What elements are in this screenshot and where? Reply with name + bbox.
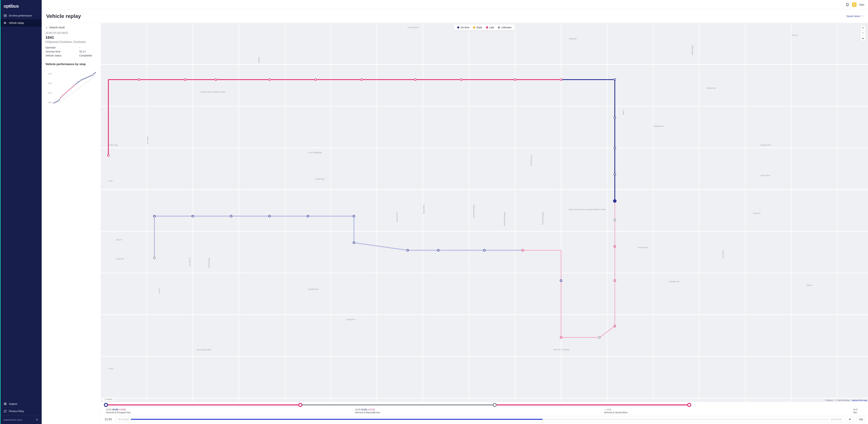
svg-point-54 — [79, 81, 80, 82]
support-link[interactable]: Support — [1, 400, 42, 407]
svg-point-107 — [614, 174, 616, 175]
play-button[interactable] — [846, 416, 854, 422]
svg-point-53 — [78, 82, 78, 83]
svg-point-120 — [353, 215, 355, 217]
svg-point-37 — [54, 102, 55, 103]
legend-dot-ontime — [457, 26, 459, 28]
svg-point-46 — [67, 91, 68, 91]
back-to-search[interactable]: Search result — [45, 26, 97, 31]
svg-point-100 — [414, 79, 416, 81]
mapbox-badge[interactable]: ⓘ mapbox — [102, 398, 114, 401]
timeline-stop[interactable]: - - (+0)Vermont & Sunset Blvd. — [604, 408, 853, 414]
svg-point-63 — [92, 75, 93, 75]
play-forward-icon — [4, 21, 7, 25]
svg-point-48 — [70, 88, 71, 89]
svg-point-116 — [484, 249, 485, 251]
svg-point-51 — [75, 84, 75, 85]
external-link-icon — [4, 410, 7, 413]
svg-rect-0 — [4, 15, 6, 17]
map[interactable]: On-time Early Late Unknown + − ▲ ⓘ mapbo… — [101, 23, 868, 402]
svg-point-118 — [407, 249, 409, 251]
svg-point-58 — [85, 78, 86, 79]
notifications-icon[interactable] — [845, 3, 849, 7]
svg-point-117 — [437, 249, 439, 251]
detail-value: Completed — [79, 54, 92, 57]
zoom-in-button[interactable]: + — [860, 25, 866, 30]
svg-point-119 — [353, 242, 355, 244]
seek-bar[interactable]: 19 Jul 10:29 19 Jul 11:23 — [116, 416, 843, 422]
chevron-left-icon — [45, 26, 48, 29]
playback-current-time: 11:01 — [103, 418, 114, 421]
svg-point-61 — [89, 76, 90, 77]
sidebar-footer: Support Privacy Policy — [1, 399, 42, 416]
sidebar-nav: On-time performance Vehicle replay — [1, 12, 42, 27]
reset-bearing-button[interactable]: ▲ — [860, 36, 866, 41]
svg-point-113 — [560, 336, 562, 338]
vehicle-id: 1641 — [45, 35, 97, 40]
svg-point-109 — [614, 245, 616, 247]
svg-point-38 — [56, 101, 57, 102]
sidebar-item-label: Vehicle replay — [9, 22, 24, 24]
privacy-link[interactable]: Privacy Policy — [1, 407, 42, 415]
svg-point-55 — [81, 80, 81, 81]
collapse-sidebar-icon[interactable] — [35, 418, 38, 422]
sidebar-item-on-time-performance[interactable]: On-time performance — [1, 12, 42, 19]
svg-point-64 — [94, 73, 94, 74]
svg-point-104 — [614, 79, 616, 81]
support-label: Support — [9, 402, 18, 405]
detail-value: 52:17 — [79, 50, 86, 53]
svg-point-56 — [82, 79, 83, 80]
avatar[interactable]: D — [852, 2, 857, 7]
svg-point-50 — [73, 86, 74, 86]
detail-key: Operator — [45, 46, 79, 49]
zoom-out-button[interactable]: − — [860, 30, 866, 36]
svg-text:19:15: 19:15 — [48, 73, 52, 75]
back-label: Search result — [49, 26, 65, 29]
sidebar-item-vehicle-replay[interactable]: Vehicle replay — [1, 19, 42, 27]
detail-row: Operator- — [45, 46, 97, 49]
saved-views-label: Saved views — [846, 15, 860, 18]
detail-key: Journey time — [45, 50, 79, 53]
map-legend: On-time Early Late Unknown — [454, 25, 515, 30]
svg-point-102 — [514, 79, 516, 81]
svg-point-41 — [60, 98, 61, 98]
svg-point-108 — [614, 219, 616, 221]
svg-point-65 — [95, 72, 96, 73]
svg-point-97 — [269, 79, 271, 81]
svg-point-123 — [230, 215, 232, 217]
svg-point-49 — [72, 87, 72, 88]
timeline-track[interactable] — [103, 402, 865, 408]
detail-row: Journey time52:17 — [45, 50, 97, 53]
saved-views-dropdown[interactable]: Saved views — [846, 15, 864, 18]
svg-point-52 — [76, 83, 77, 84]
powered-by: powered by ito world — [1, 416, 42, 424]
sidebar-item-label: On-time performance — [9, 14, 32, 17]
timeline-stop[interactable]: 10:54 10:59 (+4:58)Vermont & Prospect Av… — [106, 408, 355, 414]
svg-point-105 — [614, 117, 616, 119]
chevron-down-icon — [861, 15, 864, 18]
svg-point-103 — [560, 79, 562, 81]
timeline: 10:54 10:59 (+4:58)Vermont & Prospect Av… — [101, 402, 868, 424]
svg-text:18:45: 18:45 — [48, 92, 52, 94]
svg-point-106 — [614, 147, 616, 149]
brand-logo: optibus — [1, 0, 42, 12]
timeline-stop[interactable]: 10:55 11:01 (+6:29)Vermont & Barnsdall A… — [355, 408, 604, 414]
detail-row: Vehicle statusCompleted — [45, 54, 97, 57]
seek-start-label: 19 Jul 10:29 — [118, 418, 129, 420]
svg-point-95 — [184, 79, 186, 81]
timeline-stop[interactable]: 10:5 Verr — [853, 408, 863, 414]
svg-point-44 — [65, 93, 65, 94]
performance-chart: 18:3018:4519:0019:15 — [45, 68, 97, 108]
svg-point-36 — [53, 103, 54, 103]
svg-point-133 — [493, 403, 496, 406]
perf-section-title: Vehicle performance by stop — [45, 62, 97, 66]
svg-point-121 — [307, 215, 309, 217]
playback-speed[interactable]: 10x — [856, 416, 866, 422]
detail-value: - — [79, 46, 80, 49]
svg-point-127 — [613, 199, 616, 203]
calendar-check-icon — [4, 14, 7, 17]
svg-text:19:00: 19:00 — [48, 82, 52, 84]
svg-point-57 — [83, 79, 84, 79]
svg-point-94 — [138, 79, 140, 81]
improve-map-link[interactable]: Improve this map — [852, 399, 867, 401]
